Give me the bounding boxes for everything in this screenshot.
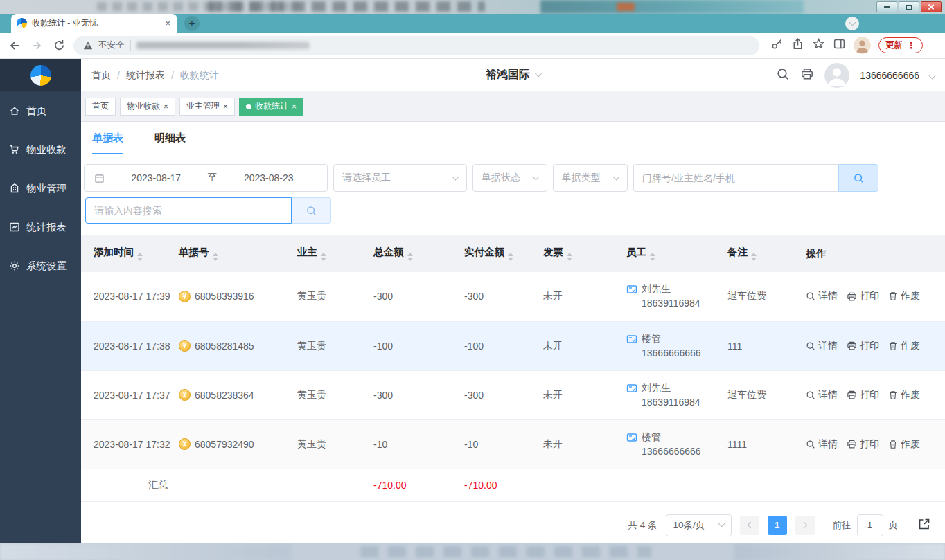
tag-payment-statistics[interactable]: 收款统计 × [239, 98, 303, 116]
user-avatar[interactable] [824, 63, 849, 88]
header-actions: 13666666666 [776, 63, 935, 88]
action-void[interactable]: 作废 [888, 290, 920, 302]
content-search-input[interactable] [85, 197, 292, 224]
summary-paid: -710.00 [457, 469, 536, 501]
project-selector[interactable]: 裕鸿国际 [486, 68, 540, 82]
sidebar-item-payments[interactable]: 物业收款 [0, 130, 81, 169]
coin-icon: ¥ [179, 291, 191, 302]
table-row[interactable]: 2023-08-17 17:37 ¥68058238364 黄玉贵 -300 -… [81, 370, 945, 419]
reload-button[interactable] [51, 38, 67, 53]
action-void[interactable]: 作废 [888, 340, 920, 352]
browser-profile-avatar[interactable] [854, 37, 871, 54]
page-button-1[interactable]: 1 [768, 516, 787, 535]
tab-close-icon[interactable]: × [164, 17, 172, 29]
forward-button[interactable] [29, 38, 44, 53]
update-button[interactable]: 更新 ⋮ [878, 37, 923, 53]
minimize-button[interactable] [876, 1, 897, 12]
sort-icon[interactable] [321, 253, 326, 261]
cell-time: 2023-08-17 17:39 [81, 272, 172, 321]
header-search-icon[interactable] [776, 67, 790, 84]
action-detail[interactable]: 详情 [806, 389, 838, 401]
col-owner[interactable]: 业主 [290, 235, 366, 272]
tag-owner-management[interactable]: 业主管理 × [179, 98, 235, 116]
tab-detail-table[interactable]: 明细表 [154, 132, 186, 154]
bookmark-star-icon[interactable] [812, 37, 825, 53]
sidebar-item-property[interactable]: 物业管理 [0, 169, 81, 208]
col-employee[interactable]: 员工 [619, 235, 721, 272]
employee-select[interactable]: 请选择员工 [333, 164, 467, 192]
col-time[interactable]: 添加时间 [81, 235, 172, 272]
keyword-search-button[interactable] [838, 164, 878, 192]
date-range-picker[interactable]: 2023-08-17 至 2023-08-23 [84, 164, 328, 192]
next-page-button[interactable] [795, 516, 815, 535]
action-detail[interactable]: 详情 [806, 438, 838, 451]
app-logo-container[interactable] [0, 59, 81, 91]
sidebar: 首页 物业收款 物业管理 统计报表 系统设置 [0, 59, 81, 543]
action-print[interactable]: 打印 [847, 340, 879, 352]
header-print-icon[interactable] [800, 67, 814, 84]
export-icon[interactable] [917, 517, 931, 533]
action-print[interactable]: 打印 [847, 389, 879, 401]
col-remark[interactable]: 备注 [721, 235, 799, 272]
tag-property-payments[interactable]: 物业收款 × [120, 98, 175, 116]
action-void[interactable]: 作废 [888, 438, 920, 451]
breadcrumb-item[interactable]: 统计报表 [126, 69, 165, 82]
action-print[interactable]: 打印 [847, 438, 879, 451]
sort-icon[interactable] [650, 253, 655, 261]
back-button[interactable] [7, 38, 22, 53]
sort-icon[interactable] [567, 253, 572, 261]
tag-close-icon[interactable]: × [164, 102, 168, 111]
col-total[interactable]: 总金额 [366, 235, 457, 272]
keyword-input[interactable] [633, 164, 838, 192]
sort-icon[interactable] [407, 253, 413, 261]
content-search-button[interactable] [292, 197, 331, 224]
table-row[interactable]: 2023-08-17 17:38 ¥68058281485 黄玉贵 -100 -… [81, 321, 945, 370]
new-tab-button[interactable]: + [184, 16, 200, 31]
security-label[interactable]: 不安全 [98, 39, 125, 51]
browser-tab[interactable]: 收款统计 - 业无忧 × [11, 14, 177, 33]
breadcrumb-item: 收款统计 [180, 69, 219, 82]
col-paid[interactable]: 实付金额 [457, 235, 536, 272]
date-start[interactable]: 2023-08-17 [107, 172, 205, 183]
tag-close-icon[interactable]: × [292, 102, 297, 111]
action-detail[interactable]: 详情 [806, 290, 838, 302]
col-invoice[interactable]: 发票 [536, 235, 619, 272]
sort-icon[interactable] [213, 253, 218, 261]
key-icon[interactable] [770, 37, 784, 53]
col-bill-no[interactable]: 单据号 [172, 235, 290, 272]
close-button[interactable] [921, 1, 942, 12]
action-print[interactable]: 打印 [847, 290, 879, 302]
user-phone[interactable]: 13666666666 [860, 70, 919, 81]
type-select[interactable]: 单据类型 [553, 164, 628, 192]
side-panel-icon[interactable] [833, 37, 846, 53]
sidebar-item-reports[interactable]: 统计报表 [0, 208, 81, 246]
goto-page-input[interactable] [857, 514, 883, 536]
tab-search-button[interactable] [845, 17, 859, 30]
cell-invoice: 未开 [536, 272, 619, 321]
status-select[interactable]: 单据状态 [473, 164, 547, 192]
sidebar-item-home[interactable]: 首页 [0, 91, 81, 130]
share-icon[interactable] [791, 37, 804, 53]
tag-home[interactable]: 首页 [85, 98, 116, 116]
maximize-button[interactable] [899, 1, 919, 12]
sort-icon[interactable] [751, 253, 757, 261]
cell-invoice: 未开 [536, 321, 619, 370]
chevron-down-icon [613, 173, 620, 180]
action-void[interactable]: 作废 [888, 389, 920, 401]
table-row[interactable]: 2023-08-17 17:39 ¥68058393916 黄玉贵 -300 -… [81, 272, 945, 321]
breadcrumb: 首页 / 统计报表 / 收款统计 [91, 69, 219, 82]
chevron-down-icon[interactable] [929, 73, 936, 80]
sort-icon[interactable] [137, 253, 143, 261]
table-row[interactable]: 2023-08-17 17:32 ¥68057932490 黄玉贵 -10 -1… [81, 419, 945, 469]
breadcrumb-item[interactable]: 首页 [91, 69, 111, 82]
sidebar-item-settings[interactable]: 系统设置 [0, 246, 81, 285]
menu-icon[interactable]: ⋮ [907, 40, 916, 51]
address-bar[interactable]: 不安全 [73, 36, 759, 55]
tab-receipt-table[interactable]: 单据表 [92, 132, 123, 154]
action-detail[interactable]: 详情 [806, 340, 838, 352]
sort-icon[interactable] [508, 253, 513, 261]
date-end[interactable]: 2023-08-23 [220, 172, 318, 183]
page-size-select[interactable]: 10条/页 [666, 514, 732, 536]
prev-page-button[interactable] [740, 516, 759, 535]
tag-close-icon[interactable]: × [223, 102, 228, 111]
